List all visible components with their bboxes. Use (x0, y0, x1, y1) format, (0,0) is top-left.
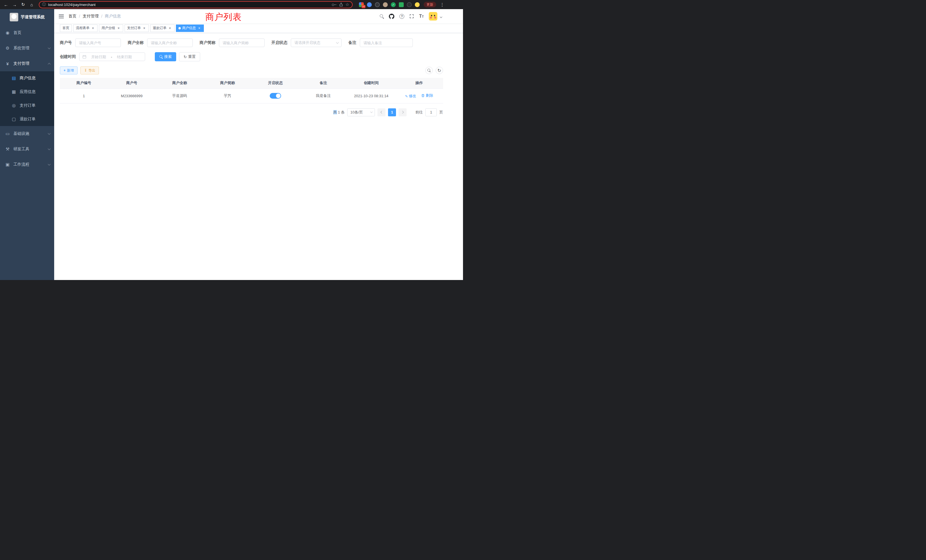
tab-close-icon[interactable] (142, 26, 146, 30)
app-logo[interactable]: 芋道管理系统 (0, 9, 54, 25)
sidebar-item-app-info[interactable]: 应用信息 (0, 85, 54, 98)
export-button[interactable]: 导出 (80, 67, 99, 74)
address-bar[interactable]: localhost:1024/pay/merchant (39, 1, 353, 8)
tab-pay-order[interactable]: 支付订单 (125, 24, 149, 32)
back-icon[interactable] (2, 1, 10, 8)
extension-dark-icon[interactable] (375, 2, 380, 7)
page-1-button[interactable]: 1 (388, 108, 396, 117)
field-label: 商户全称 (128, 40, 147, 45)
tab-merchant-info[interactable]: 商户信息 (176, 24, 204, 32)
cell-full-name: 芋道源码 (156, 88, 204, 103)
next-page-button[interactable] (399, 108, 407, 117)
field-label: 创建时间 (60, 54, 79, 59)
extension-drop-icon[interactable] (367, 2, 372, 7)
bookmark-star-icon[interactable] (345, 2, 349, 7)
password-key-icon[interactable] (332, 3, 337, 6)
sidebar-toggle-icon[interactable] (59, 15, 64, 18)
github-icon[interactable] (389, 14, 394, 19)
extensions-grid-icon[interactable]: 10 (359, 2, 364, 7)
user-avatar[interactable] (429, 12, 437, 21)
tab-home[interactable]: 首页 (60, 24, 72, 32)
form-item-merchant-no: 商户号 (60, 38, 121, 47)
sidebar-item-refund-order[interactable]: 退款订单 (0, 112, 54, 126)
tab-close-icon[interactable] (117, 26, 121, 30)
extension-check-icon[interactable] (391, 2, 396, 7)
page-content: 商户号 商户全称 商户简称 开启状态 请选择开启状态 (54, 33, 463, 280)
refresh-icon (437, 68, 441, 73)
extension-avatar-icon[interactable] (383, 2, 388, 7)
tab-close-icon[interactable] (197, 26, 201, 30)
merchant-icon (11, 76, 17, 81)
search-button[interactable]: 搜索 (155, 52, 176, 61)
sidebar-item-home[interactable]: 首页 (0, 25, 54, 41)
edit-link[interactable]: 修改 (405, 94, 416, 98)
sidebar: 芋道管理系统 首页 系统管理 支付管理 商户信息 (0, 9, 54, 280)
sidebar-item-pay-order[interactable]: 支付订单 (0, 98, 54, 112)
chevron-down-icon (48, 132, 51, 135)
page-size-select[interactable]: 10条/页 (347, 108, 375, 117)
refresh-icon (184, 55, 187, 59)
goto-page-input[interactable] (425, 108, 437, 117)
reset-button[interactable]: 重置 (179, 52, 200, 61)
fullscreen-icon[interactable] (409, 14, 414, 18)
chevron-down-icon (48, 47, 51, 49)
col-full-name: 商户全称 (156, 78, 204, 88)
col-create-time: 创建时间 (347, 78, 395, 88)
site-info-icon[interactable] (42, 2, 46, 7)
remark-input[interactable] (360, 38, 413, 47)
add-button[interactable]: 新增 (60, 67, 77, 74)
sidebar-item-label: 商户信息 (20, 76, 36, 81)
status-toggle[interactable] (270, 93, 281, 98)
tab-process-form[interactable]: 流程表单 (73, 24, 97, 32)
tab-close-icon[interactable] (91, 26, 95, 30)
yen-icon (5, 61, 10, 66)
prev-page-button[interactable] (377, 108, 386, 117)
extension-badge: 10 (362, 5, 366, 8)
sidebar-item-dev-tools[interactable]: 研发工具 (0, 141, 54, 157)
url-text: localhost:1024/pay/merchant (48, 3, 95, 7)
user-menu-caret-icon[interactable] (440, 14, 442, 19)
delete-link[interactable]: 删除 (421, 93, 433, 98)
sidebar-item-workflow[interactable]: 工作流程 (0, 157, 54, 172)
sidebar-item-payment[interactable]: 支付管理 (0, 56, 54, 71)
app-window: 芋道管理系统 首页 系统管理 支付管理 商户信息 (0, 9, 463, 280)
end-date-input[interactable] (114, 55, 135, 59)
search-icon[interactable] (380, 14, 384, 18)
reload-icon[interactable] (20, 1, 27, 8)
extension-square-icon[interactable] (399, 2, 404, 7)
sidebar-item-merchant-info[interactable]: 商户信息 (0, 71, 54, 85)
breadcrumb-payment[interactable]: 支付管理 (83, 14, 98, 19)
browser-update-button[interactable]: 更新 (424, 2, 436, 8)
tab-refund-order[interactable]: 退款订单 (150, 24, 174, 32)
merchant-name-input[interactable] (147, 38, 193, 47)
tab-close-icon[interactable] (168, 26, 172, 30)
col-actions: 操作 (395, 78, 443, 88)
share-icon[interactable] (339, 2, 343, 7)
refund-icon (11, 117, 17, 122)
forward-icon[interactable] (11, 1, 18, 8)
help-icon[interactable] (399, 14, 404, 19)
extension-pinwheel-icon[interactable] (407, 2, 412, 7)
start-date-input[interactable] (88, 55, 109, 59)
browser-profile-avatar[interactable] (415, 2, 420, 7)
logo-image (10, 13, 18, 21)
merchant-no-input[interactable] (75, 38, 121, 47)
annotation-title: 商户列表 (205, 11, 242, 23)
short-name-input[interactable] (219, 38, 265, 47)
font-size-icon[interactable] (419, 14, 424, 19)
home-icon[interactable] (28, 1, 35, 8)
toggle-search-button[interactable] (425, 67, 433, 74)
col-remark: 备注 (300, 78, 347, 88)
browser-chrome: localhost:1024/pay/merchant 10 更新 (0, 0, 463, 9)
cell-merchant-id: 1 (60, 88, 108, 103)
status-select[interactable]: 请选择开启状态 (291, 38, 342, 47)
sidebar-item-label: 支付管理 (14, 61, 29, 66)
breadcrumb-home[interactable]: 首页 (68, 14, 76, 19)
sidebar-item-system[interactable]: 系统管理 (0, 41, 54, 56)
browser-menu-icon[interactable] (439, 1, 446, 8)
refresh-table-button[interactable] (436, 67, 443, 74)
col-short-name: 商户简称 (204, 78, 251, 88)
sidebar-item-infrastructure[interactable]: 基础设施 (0, 126, 54, 141)
tab-user-group[interactable]: 用户分组 (99, 24, 123, 32)
create-time-range-picker[interactable]: - (79, 53, 145, 61)
